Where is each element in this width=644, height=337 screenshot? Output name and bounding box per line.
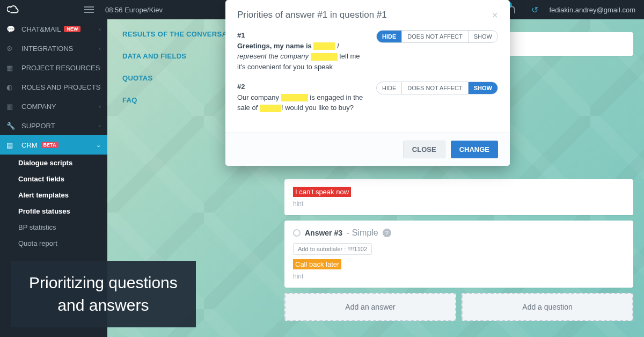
menu-toggle-icon[interactable] bbox=[79, 6, 99, 13]
crm-subnav: Dialogue scripts Contact fields Alert te… bbox=[0, 155, 107, 251]
hint-label: hint bbox=[293, 273, 625, 280]
close-button[interactable]: CLOSE bbox=[403, 141, 445, 158]
new-badge: NEW bbox=[64, 26, 80, 32]
subnav-quota-report[interactable]: Quota report bbox=[0, 235, 107, 251]
priority-2-t1: Our company bbox=[237, 93, 281, 101]
sidebar-item-roles[interactable]: ◐ ROLES AND PROJECTS ‹ bbox=[0, 77, 107, 97]
priority-1-greeting: Greetings, my name is bbox=[237, 42, 313, 50]
sidebar-item-label: PROJECT RESOURCES bbox=[21, 64, 100, 72]
close-icon[interactable]: × bbox=[492, 10, 498, 20]
chevron-down-icon: ⌄ bbox=[96, 142, 101, 149]
subnav-dialogue-scripts[interactable]: Dialogue scripts bbox=[0, 155, 107, 171]
radio-icon[interactable] bbox=[293, 229, 301, 237]
priorities-modal: Priorities of answer #1 in question #1 ×… bbox=[225, 0, 510, 166]
add-question-button[interactable]: Add a question bbox=[462, 293, 633, 321]
blank-field bbox=[281, 94, 308, 101]
sidebar-item-label: COMPANY bbox=[21, 102, 56, 111]
integration-icon: ⚙ bbox=[6, 45, 16, 53]
blank-field bbox=[311, 53, 338, 61]
beta-badge: BETA bbox=[41, 142, 59, 148]
priority-2-t3: ! would you like to buy? bbox=[281, 104, 354, 112]
add-answer-button[interactable]: Add an answer bbox=[284, 293, 456, 321]
sidebar-item-crm[interactable]: ▤ CRM BETA ⌄ bbox=[0, 135, 107, 155]
chart-icon: ▥ bbox=[6, 102, 16, 111]
answer-3-block: Answer #3 - Simple ? Add to autodialer :… bbox=[284, 221, 633, 288]
seg-hide-button[interactable]: HIDE bbox=[377, 82, 401, 94]
help-icon[interactable]: ? bbox=[383, 229, 391, 237]
sidebar-item-company[interactable]: ▥ COMPANY ‹ bbox=[0, 97, 107, 116]
seg-dna-button[interactable]: DOES NOT AFFECT bbox=[401, 31, 467, 42]
app-logo[interactable] bbox=[0, 4, 26, 16]
seg-show-button[interactable]: SHOW bbox=[468, 31, 497, 42]
history-icon[interactable]: ↺ bbox=[531, 5, 538, 15]
priority-1-num: #1 bbox=[237, 30, 368, 41]
chevron-left-icon: ‹ bbox=[99, 26, 101, 32]
sidebar-item-chatmail[interactable]: 💬 CHAT&MAIL NEW ‹ bbox=[0, 19, 107, 39]
answer-2-block: I can't speak now hint bbox=[284, 179, 633, 215]
caption-line-1: Prioritizing questions bbox=[29, 272, 178, 294]
seg-show-button[interactable]: SHOW bbox=[468, 82, 497, 94]
chat-icon: 💬 bbox=[6, 25, 16, 33]
priority-row-1: #1 Greetings, my name is I represent the… bbox=[237, 30, 498, 72]
subnav-profile-statuses[interactable]: Profile statuses bbox=[0, 203, 107, 219]
priority-2-segment: HIDE DOES NOT AFFECT SHOW bbox=[376, 82, 498, 94]
toggle-icon: ◐ bbox=[6, 83, 16, 91]
wrench-icon: 🔧 bbox=[6, 122, 16, 130]
priority-1-segment: HIDE DOES NOT AFFECT SHOW bbox=[376, 30, 498, 43]
blank-field bbox=[260, 105, 281, 112]
answer-3-subtitle: - Simple bbox=[347, 228, 378, 238]
autodialer-tag[interactable]: Add to autodialer : !!!!1102 bbox=[293, 243, 372, 255]
priority-row-2: #2 Our company is engaged in the sale of… bbox=[237, 82, 498, 113]
grid-icon: ▦ bbox=[6, 64, 16, 72]
slide-caption: Prioritizing questions and answers bbox=[11, 261, 196, 327]
sidebar-item-integrations[interactable]: ⚙ INTEGRATIONS ‹ bbox=[0, 39, 107, 58]
answer-3-text[interactable]: Call back later bbox=[293, 259, 341, 269]
change-button[interactable]: CHANGE bbox=[451, 141, 498, 158]
sidebar-item-support[interactable]: 🔧 SUPPORT ‹ bbox=[0, 116, 107, 135]
sidebar-item-label: CRM bbox=[21, 141, 38, 149]
clock-text: 08:56 Europe/Kiev bbox=[105, 6, 163, 14]
answer-3-title: Answer #3 bbox=[305, 229, 342, 237]
subnav-bp-statistics[interactable]: BP statistics bbox=[0, 219, 107, 235]
chevron-left-icon: ‹ bbox=[99, 103, 101, 109]
seg-dna-button[interactable]: DOES NOT AFFECT bbox=[401, 82, 467, 94]
sidebar-item-label: SUPPORT bbox=[21, 122, 55, 130]
priority-1-italic: represent the company bbox=[237, 52, 311, 60]
chevron-left-icon: ‹ bbox=[99, 122, 101, 129]
answer-2-text[interactable]: I can't speak now bbox=[293, 187, 351, 197]
user-email[interactable]: fediakin.andrey@gmail.com bbox=[549, 6, 635, 14]
seg-hide-button[interactable]: HIDE bbox=[377, 31, 401, 42]
caption-line-2: and answers bbox=[29, 294, 178, 317]
chevron-left-icon: ‹ bbox=[99, 84, 101, 90]
sidebar-item-project-resources[interactable]: ▦ PROJECT RESOURCES ‹ bbox=[0, 58, 107, 77]
sidebar-item-label: CHAT&MAIL bbox=[21, 25, 61, 33]
modal-title: Priorities of answer #1 in question #1 bbox=[237, 10, 387, 20]
crm-icon: ▤ bbox=[6, 141, 16, 149]
hint-label: hint bbox=[293, 200, 625, 208]
chevron-left-icon: ‹ bbox=[99, 64, 101, 71]
sidebar-item-label: INTEGRATIONS bbox=[21, 45, 74, 53]
chevron-left-icon: ‹ bbox=[99, 45, 101, 52]
subnav-alert-templates[interactable]: Alert templates bbox=[0, 187, 107, 203]
priority-2-num: #2 bbox=[237, 82, 368, 92]
blank-field bbox=[313, 42, 335, 50]
sidebar-item-label: ROLES AND PROJECTS bbox=[21, 83, 100, 91]
subnav-contact-fields[interactable]: Contact fields bbox=[0, 171, 107, 187]
